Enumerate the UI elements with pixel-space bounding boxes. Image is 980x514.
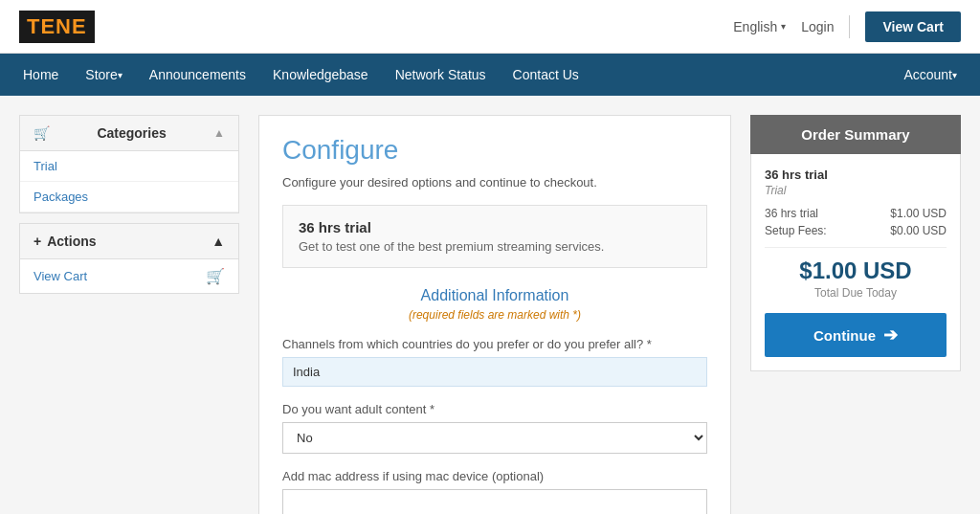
categories-label: Categories — [97, 125, 166, 141]
sidebar: 🛒 Categories ▲ Trial Packages + Actions … — [19, 115, 239, 514]
nav-contact-us[interactable]: Contact Us — [500, 54, 592, 96]
language-selector[interactable]: English — [733, 19, 786, 34]
order-product-name: 36 hrs trial — [765, 168, 947, 182]
order-summary-header: Order Summary — [750, 115, 961, 154]
sidebar-view-cart-label: View Cart — [33, 269, 87, 283]
actions-label: Actions — [47, 234, 212, 249]
countries-field-group: Channels from which countries do you pre… — [282, 337, 707, 387]
actions-plus-icon: + — [33, 234, 41, 249]
nav-home[interactable]: Home — [10, 54, 72, 96]
logo-text: TENE — [27, 14, 87, 39]
adult-field-group: Do you want adult content * No Yes — [282, 402, 707, 454]
additional-info-title: Additional Information — [282, 287, 707, 304]
order-summary: Order Summary 36 hrs trial Trial 36 hrs … — [750, 115, 961, 514]
page-title: Configure — [282, 135, 707, 166]
view-cart-button[interactable]: View Cart — [865, 11, 961, 42]
top-right-controls: English Login View Cart — [733, 11, 961, 42]
mac-field-group: Add mac address if using mac device (opt… — [282, 469, 707, 514]
nav-store[interactable]: Store — [72, 54, 135, 96]
continue-label: Continue — [813, 327, 876, 344]
order-divider — [765, 247, 947, 248]
nav-account[interactable]: Account — [890, 54, 970, 96]
mac-input[interactable] — [282, 489, 707, 514]
categories-header: 🛒 Categories ▲ — [20, 116, 238, 151]
logo: TENE — [19, 11, 95, 43]
sidebar-item-packages[interactable]: Packages — [20, 182, 238, 212]
product-name: 36 hrs trial — [299, 219, 691, 235]
order-product-type: Trial — [765, 184, 947, 197]
product-desc: Get to test one of the best premium stre… — [299, 239, 691, 254]
adult-select[interactable]: No Yes — [282, 422, 707, 454]
categories-section: 🛒 Categories ▲ Trial Packages — [19, 115, 239, 213]
actions-header: + Actions ▲ — [20, 224, 238, 259]
nav-announcements[interactable]: Announcements — [136, 54, 259, 96]
nav-network-status[interactable]: Network Status — [382, 54, 500, 96]
mac-label: Add mac address if using mac device (opt… — [282, 469, 707, 483]
cart-icon: 🛒 — [206, 267, 225, 285]
order-summary-body: 36 hrs trial Trial 36 hrs trial $1.00 US… — [750, 154, 961, 371]
order-line-2-label: Setup Fees: — [765, 224, 827, 237]
continue-button[interactable]: Continue ➔ — [765, 313, 947, 357]
sidebar-item-trial[interactable]: Trial — [20, 151, 238, 182]
order-total: $1.00 USD — [765, 257, 947, 284]
required-note: (required fields are marked with *) — [282, 308, 707, 322]
categories-chevron-icon: ▲ — [213, 126, 225, 140]
page-content: 🛒 Categories ▲ Trial Packages + Actions … — [0, 96, 980, 514]
main-content: Configure Configure your desired options… — [258, 115, 731, 514]
top-bar: TENE English Login View Cart — [0, 0, 980, 54]
divider — [849, 15, 850, 38]
login-button[interactable]: Login — [801, 19, 834, 34]
order-line-2-value: $0.00 USD — [890, 224, 947, 237]
order-line-2: Setup Fees: $0.00 USD — [765, 224, 947, 237]
countries-label: Channels from which countries do you pre… — [282, 337, 707, 351]
countries-input[interactable] — [282, 357, 707, 387]
order-line-1: 36 hrs trial $1.00 USD — [765, 207, 947, 220]
product-box: 36 hrs trial Get to test one of the best… — [282, 205, 707, 268]
order-line-1-value: $1.00 USD — [890, 207, 947, 220]
nav-bar: Home Store Announcements Knowledgebase N… — [0, 54, 980, 96]
subtitle: Configure your desired options and conti… — [282, 175, 707, 190]
categories-icon: 🛒 — [33, 125, 50, 141]
continue-arrow-icon: ➔ — [883, 324, 898, 346]
order-total-label: Total Due Today — [765, 286, 947, 300]
order-line-1-label: 36 hrs trial — [765, 207, 818, 220]
sidebar-view-cart[interactable]: View Cart 🛒 — [20, 259, 238, 293]
actions-chevron-icon: ▲ — [212, 234, 225, 249]
nav-knowledgebase[interactable]: Knowledgebase — [259, 54, 382, 96]
adult-label: Do you want adult content * — [282, 402, 707, 416]
actions-section: + Actions ▲ View Cart 🛒 — [19, 223, 239, 294]
